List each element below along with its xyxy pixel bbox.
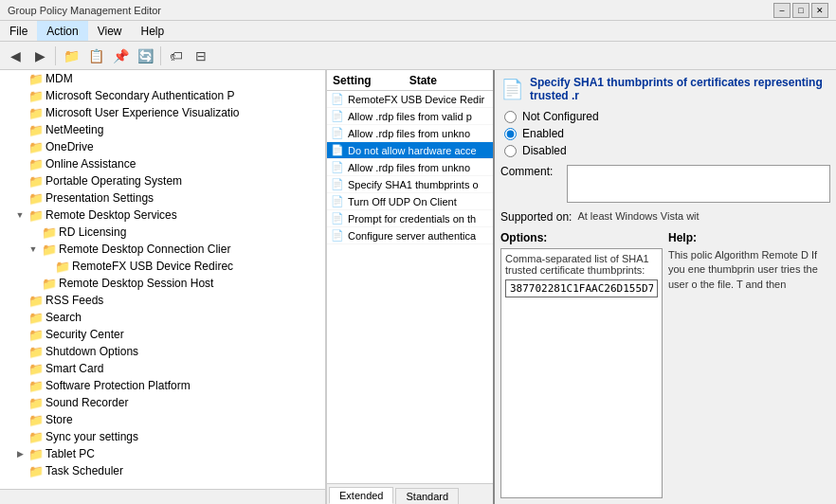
tree-item-netmeeting[interactable]: 📁NetMeeting — [0, 121, 325, 138]
setting-icon-remotefx-usb: 📄 — [331, 93, 344, 105]
export-button[interactable]: 🏷 — [165, 45, 188, 67]
tree-item-rdsession[interactable]: 📁Remote Desktop Session Host — [0, 275, 325, 292]
middle-panel: Setting State 📄RemoteFX USB Device Redir… — [327, 70, 493, 504]
middle-item-allow-rdp-valid[interactable]: 📄Allow .rdp files from valid p — [327, 108, 493, 125]
middle-item-not-allow-hw[interactable]: 📄Do not allow hardware acce — [327, 142, 493, 159]
dialog-policy-title: Specify SHA1 thumbprints of certificates… — [530, 76, 830, 102]
tree-item-store[interactable]: 📁Store — [0, 411, 325, 428]
tree-item-security[interactable]: 📁Security Center — [0, 326, 325, 343]
folder-icon-netmeeting: 📁 — [28, 123, 44, 137]
folder-icon-tablet: 📁 — [28, 447, 44, 461]
middle-list[interactable]: 📄RemoteFX USB Device Redir📄Allow .rdp fi… — [327, 91, 493, 483]
menu-file[interactable]: File — [0, 21, 37, 41]
tree-item-rds[interactable]: ▼📁Remote Desktop Services — [0, 207, 325, 224]
filter-button[interactable]: ⊟ — [190, 45, 212, 67]
thumbprints-input[interactable] — [505, 279, 658, 297]
menu-action[interactable]: Action — [37, 21, 87, 41]
tree-label-sync: Sync your settings — [45, 430, 138, 443]
radio-enabled[interactable] — [504, 128, 517, 140]
folder-icon-onlineassist: 📁 — [28, 157, 44, 171]
setting-text-specify-sha1: Specify SHA1 thumbprints o — [348, 179, 479, 190]
state-column-header: State — [409, 74, 437, 87]
tree-item-portableos[interactable]: 📁Portable Operating System — [0, 172, 325, 189]
copy-button[interactable]: 📋 — [84, 45, 107, 67]
back-button[interactable]: ◀ — [4, 45, 27, 67]
supported-label: Supported on: — [500, 210, 577, 224]
middle-item-not-allow-pw[interactable]: 📄Allow .rdp files from unkno — [327, 159, 493, 176]
toolbar-sep-2 — [160, 46, 161, 65]
tree-item-rss[interactable]: 📁RSS Feeds — [0, 292, 325, 309]
tree-item-onedrive[interactable]: 📁OneDrive — [0, 138, 325, 155]
radio-enabled-row: Enabled — [504, 127, 830, 140]
middle-item-turn-off-udp[interactable]: 📄Turn Off UDP On Client — [327, 193, 493, 210]
radio-disabled[interactable] — [504, 145, 517, 157]
tree-label-msuev: Microsoft User Experience Visualizatio — [45, 106, 240, 119]
options-field-label: Comma-separated list of SHA1 trusted cer… — [505, 253, 658, 276]
main-layout: 📁MDM📁Microsoft Secondary Authentication … — [0, 70, 836, 504]
middle-item-configure-server[interactable]: 📄Configure server authentica — [327, 227, 493, 244]
tree-label-rdcc: Remote Desktop Connection Clier — [59, 243, 230, 256]
close-button[interactable]: ✕ — [811, 3, 828, 18]
panel-header: Setting State — [327, 70, 493, 91]
tree-item-remotefx[interactable]: 📁RemoteFX USB Device Redirec — [0, 258, 325, 275]
radio-enabled-label: Enabled — [522, 127, 564, 140]
tree-item-taskscheduler[interactable]: 📁Task Scheduler — [0, 462, 325, 479]
radio-not-configured[interactable] — [504, 111, 517, 123]
tree-item-msuev[interactable]: 📁Microsoft User Experience Visualizatio — [0, 104, 325, 121]
lower-section: Options: Comma-separated list of SHA1 tr… — [500, 231, 830, 498]
maximize-button[interactable]: □ — [792, 3, 809, 18]
menu-view[interactable]: View — [88, 21, 132, 41]
help-section: Help: This polic Algorithm Remote D If y… — [668, 231, 830, 498]
forward-button[interactable]: ▶ — [28, 45, 51, 67]
tree-item-presentation[interactable]: 📁Presentation Settings — [0, 189, 325, 207]
folder-icon-rdcc: 📁 — [42, 243, 57, 257]
refresh-button[interactable]: 🔄 — [134, 45, 156, 67]
tree-item-search[interactable]: 📁Search — [0, 309, 325, 326]
folder-icon-presentation: 📁 — [28, 191, 44, 206]
folder-icon-rss: 📁 — [28, 294, 44, 308]
tree-item-msauth[interactable]: 📁Microsoft Secondary Authentication P — [0, 87, 325, 104]
tree-item-smartcard[interactable]: 📁Smart Card — [0, 360, 325, 377]
middle-item-remotefx-usb[interactable]: 📄RemoteFX USB Device Redir — [327, 91, 493, 108]
middle-item-specify-sha1[interactable]: 📄Specify SHA1 thumbprints o — [327, 176, 493, 193]
tree-item-tablet[interactable]: ▶📁Tablet PC — [0, 445, 325, 462]
left-panel: 📁MDM📁Microsoft Secondary Authentication … — [0, 70, 327, 504]
tree-item-mdm[interactable]: 📁MDM — [0, 70, 325, 87]
setting-text-prompt-creds: Prompt for credentials on th — [348, 213, 476, 225]
tree-label-remotefx: RemoteFX USB Device Redirec — [72, 260, 233, 273]
tree-item-rdcc[interactable]: ▼📁Remote Desktop Connection Clier — [0, 241, 325, 258]
tree-item-shutdown[interactable]: 📁Shutdown Options — [0, 343, 325, 360]
folder-icon-rds: 📁 — [28, 208, 44, 223]
folder-icon-msuev: 📁 — [28, 106, 44, 120]
tree-item-soundrecorder[interactable]: 📁Sound Recorder — [0, 394, 325, 411]
middle-item-allow-rdp-unknown[interactable]: 📄Allow .rdp files from unkno — [327, 125, 493, 142]
folder-icon-store: 📁 — [28, 413, 44, 427]
setting-icon-specify-sha1: 📄 — [331, 178, 344, 190]
comment-label: Comment: — [500, 165, 567, 203]
folder-icon-shutdown: 📁 — [28, 345, 44, 359]
horizontal-scrollbar[interactable] — [0, 489, 325, 504]
tree-item-softprot[interactable]: 📁Software Protection Platform — [0, 377, 325, 394]
setting-text-allow-rdp-unknown: Allow .rdp files from unkno — [348, 128, 470, 139]
setting-icon-turn-off-udp: 📄 — [331, 195, 344, 207]
comment-textarea[interactable] — [567, 165, 830, 203]
tree-item-onlineassist[interactable]: 📁Online Assistance — [0, 155, 325, 172]
middle-item-prompt-creds[interactable]: 📄Prompt for credentials on th — [327, 210, 493, 227]
tab-extended[interactable]: Extended — [329, 487, 393, 504]
setting-icon-allow-rdp-valid: 📄 — [331, 110, 344, 122]
minimize-button[interactable]: – — [773, 3, 791, 18]
radio-group: Not Configured Enabled Disabled — [500, 110, 830, 157]
tree-item-rdlicensing[interactable]: 📁RD Licensing — [0, 224, 325, 241]
up-button[interactable]: 📁 — [60, 45, 82, 67]
menu-help[interactable]: Help — [132, 21, 174, 41]
tab-standard[interactable]: Standard — [395, 488, 459, 504]
tree-container[interactable]: 📁MDM📁Microsoft Secondary Authentication … — [0, 70, 325, 489]
paste-button[interactable]: 📌 — [109, 45, 132, 67]
dialog-policy-icon: 📄 — [500, 78, 524, 100]
tree-label-netmeeting: NetMeeting — [45, 123, 103, 136]
tree-label-security: Security Center — [45, 328, 124, 341]
tree-label-mdm: MDM — [45, 72, 73, 85]
folder-icon-portableos: 📁 — [28, 174, 44, 189]
tree-item-sync[interactable]: 📁Sync your settings — [0, 428, 325, 445]
folder-icon-softprot: 📁 — [28, 379, 44, 393]
